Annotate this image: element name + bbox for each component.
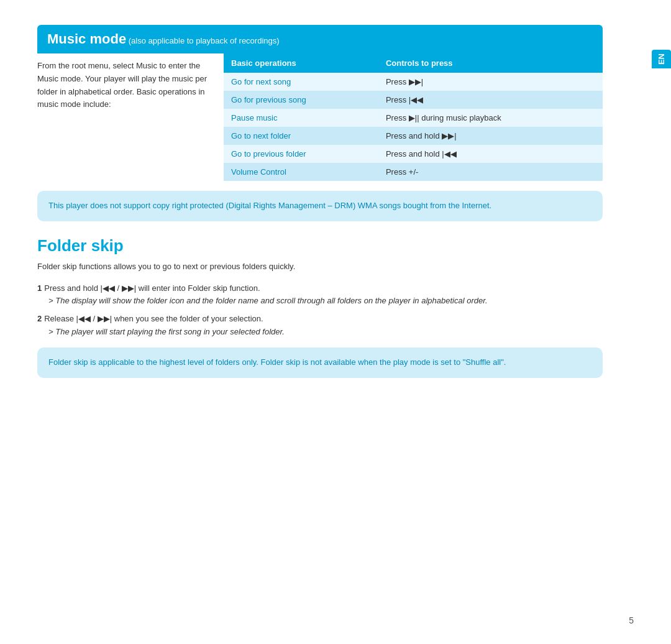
music-mode-body: From the root menu, select Music to ente… (37, 53, 603, 181)
operation-cell: Go to previous folder (224, 145, 378, 163)
step-item: 1Press and hold |◀◀ / ▶▶| will enter int… (37, 282, 603, 308)
table-row: Pause musicPress ▶|| during music playba… (224, 109, 603, 127)
step-main-text: 1Press and hold |◀◀ / ▶▶| will enter int… (37, 283, 260, 293)
control-cell: Press |◀◀ (378, 91, 603, 109)
music-mode-title-big: Music mode (47, 31, 126, 47)
col-controls: Controls to press (378, 53, 603, 73)
table-row: Go for next songPress ▶▶| (224, 73, 603, 91)
operation-cell: Volume Control (224, 163, 378, 181)
control-cell: Press +/- (378, 163, 603, 181)
music-mode-header: Music mode (also applicable to playback … (37, 25, 603, 53)
operation-cell: Go for next song (224, 73, 378, 91)
music-mode-title-small: (also applicable to playback of recordin… (129, 36, 280, 45)
en-tab: EN (652, 50, 671, 68)
step-sub-text: The player will start playing the first … (48, 326, 603, 339)
step-main-text: 2Release |◀◀ / ▶▶| when you see the fold… (37, 314, 263, 323)
table-header-row: Basic operations Controls to press (224, 53, 603, 73)
control-cell: Press ▶|| during music playback (378, 109, 603, 127)
operation-cell: Go for previous song (224, 91, 378, 109)
page-number: 5 (629, 615, 634, 625)
control-cell: Press and hold |◀◀ (378, 145, 603, 163)
step-number: 2 (37, 314, 42, 323)
table-row: Go to next folderPress and hold ▶▶| (224, 127, 603, 145)
step-sub-text: The display will show the folder icon an… (48, 295, 603, 308)
folder-skip-title: Folder skip (37, 236, 603, 255)
table-row: Go to previous folderPress and hold |◀◀ (224, 145, 603, 163)
info-box: This player does not support copy right … (37, 191, 603, 221)
folder-skip-intro: Folder skip functions allows you to go t… (37, 260, 603, 274)
table-row: Volume ControlPress +/- (224, 163, 603, 181)
warning-box: Folder skip is applicable to the highest… (37, 347, 603, 378)
operation-cell: Go to next folder (224, 127, 378, 145)
steps-list: 1Press and hold |◀◀ / ▶▶| will enter int… (37, 282, 603, 339)
table-row: Go for previous songPress |◀◀ (224, 91, 603, 109)
control-cell: Press ▶▶| (378, 73, 603, 91)
step-number: 1 (37, 283, 42, 293)
page-wrapper: Music mode (also applicable to playback … (0, 0, 634, 418)
col-operations: Basic operations (224, 53, 378, 73)
music-mode-description: From the root menu, select Music to ente… (37, 53, 211, 181)
operation-cell: Pause music (224, 109, 378, 127)
step-item: 2Release |◀◀ / ▶▶| when you see the fold… (37, 313, 603, 339)
operations-table: Basic operations Controls to press Go fo… (224, 53, 603, 181)
control-cell: Press and hold ▶▶| (378, 127, 603, 145)
